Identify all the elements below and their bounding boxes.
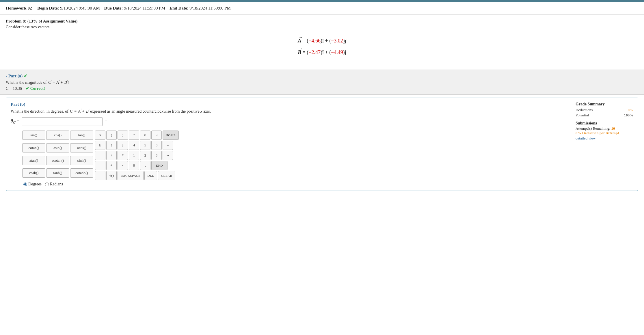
cosh-button[interactable]: cosh(): [22, 168, 45, 178]
num6-button[interactable]: 6: [151, 141, 162, 150]
homework-title: Homework 02: [6, 6, 32, 10]
del-button[interactable]: DEL: [144, 171, 157, 180]
degrees-radio-group[interactable]: Degrees: [23, 182, 42, 187]
blank3-button[interactable]: [95, 171, 105, 180]
begin-label: Begin Date:: [37, 6, 59, 10]
begin-date: 9/13/2024 9:45:00 AM: [60, 6, 100, 10]
theta-label: θC =: [11, 118, 20, 125]
num8-button[interactable]: 8: [140, 131, 150, 140]
potential-value: 100%: [624, 113, 634, 118]
num3-button[interactable]: 3: [151, 151, 162, 160]
asin-button[interactable]: asin(): [46, 143, 69, 152]
num9-button[interactable]: 9: [151, 131, 162, 140]
pi-button[interactable]: π: [95, 131, 105, 140]
vectors-display: → A = (−4.66)î + (−3.02)ĵ → B = (−2.47)î…: [6, 35, 638, 58]
blank2-button[interactable]: [95, 161, 105, 170]
attempt-text: Attempt(s) Remaining: 10: [576, 126, 633, 131]
deductions-label: Deductions: [576, 108, 593, 112]
acotan-button[interactable]: acotan(): [46, 156, 69, 165]
part-a-question: What is the magnitude of →C = →A + →B ?: [6, 80, 638, 85]
num1-button[interactable]: 1: [129, 151, 139, 160]
minus-button[interactable]: -: [118, 161, 128, 170]
degrees-radians-group: Degrees Radians: [23, 182, 63, 187]
due-date: 9/18/2024 11:59:00 PM: [124, 6, 165, 10]
vector-a-y: −3.02: [331, 38, 343, 44]
calc-main: sin() cos() tan() cotan() asin() acos() …: [22, 131, 179, 180]
potential-row: Potential 100%: [576, 113, 633, 118]
radians-radio[interactable]: [45, 183, 49, 186]
up-arrow-button[interactable]: ↑: [106, 141, 117, 150]
part-a-answer: C = 10.36 ✔ Correct!: [6, 86, 638, 91]
numpad-row-3: / * 1 2 3 →: [95, 151, 179, 160]
numpad-row-1: π ( ) 7 8 9 HOME: [95, 131, 179, 140]
down-arrow-button[interactable]: ↓: [118, 141, 128, 150]
degrees-radio[interactable]: [23, 183, 27, 186]
cotan-button[interactable]: cotan(): [22, 143, 45, 152]
part-a-label: - Part (a) ✔: [6, 73, 638, 79]
deductions-value: 0%: [628, 108, 634, 112]
multiply-button[interactable]: *: [118, 151, 128, 160]
sin-button[interactable]: sin(): [22, 131, 45, 140]
num4-button[interactable]: 4: [129, 141, 139, 150]
cos-button[interactable]: cos(): [46, 131, 69, 140]
blank1-button[interactable]: [95, 151, 105, 160]
answer-input-row: θC = °: [11, 117, 633, 126]
num2-button[interactable]: 2: [140, 151, 150, 160]
header-bar: Homework 02 Begin Date: 9/13/2024 9:45:0…: [0, 2, 644, 15]
slash-button[interactable]: /: [106, 151, 117, 160]
answer-input[interactable]: [22, 117, 103, 126]
degree-symbol: °: [105, 119, 107, 124]
numpad-row-2: E ↑ ↓ 4 5 6 ←: [95, 141, 179, 150]
num0-button[interactable]: 0: [129, 161, 139, 170]
detailed-view-link[interactable]: detailed view: [576, 136, 633, 141]
submissions-section: Submissions Attempt(s) Remaining: 10 0% …: [576, 121, 633, 141]
vector-b-x: −2.47: [308, 49, 321, 55]
due-label: Due Date:: [104, 6, 123, 10]
calculator: sin() cos() tan() cotan() asin() acos() …: [22, 131, 633, 187]
left-arrow-button[interactable]: ←: [163, 141, 173, 150]
vector-a-x: −4.66: [308, 38, 321, 44]
right-arrow-button[interactable]: →: [163, 151, 173, 160]
part-a-section: - Part (a) ✔ What is the magnitude of →C…: [0, 70, 644, 95]
tanh-button[interactable]: tanh(): [46, 168, 69, 178]
problem-description: Consider these two vectors:: [6, 25, 638, 29]
radians-label[interactable]: Radians: [50, 182, 63, 187]
num5-button[interactable]: 5: [140, 141, 150, 150]
num7-button[interactable]: 7: [129, 131, 139, 140]
close-paren-button[interactable]: ): [118, 131, 128, 140]
cotanh-button[interactable]: cotanh(): [70, 168, 93, 178]
decimal-button[interactable]: .: [140, 161, 150, 170]
vector-a-equation: → A = (−4.66)î + (−3.02)ĵ: [6, 35, 638, 47]
open-paren-button[interactable]: (: [106, 131, 117, 140]
tan-button[interactable]: tan(): [70, 131, 93, 140]
clear-button[interactable]: CLEAR: [158, 171, 175, 180]
part-b-question: What is the direction, in degrees, of →C…: [11, 109, 633, 114]
part-b-section: Grade Summary Deductions 0% Potential 10…: [6, 98, 638, 191]
sqrt-button[interactable]: √(): [106, 171, 117, 180]
home-button[interactable]: HOME: [163, 131, 179, 140]
correct-text: ✔ Correct!: [26, 86, 45, 91]
function-buttons: sin() cos() tan() cotan() asin() acos() …: [22, 131, 93, 180]
grade-summary: Grade Summary Deductions 0% Potential 10…: [576, 102, 633, 141]
degrees-label[interactable]: Degrees: [28, 182, 42, 187]
numpad-row-4: + - 0 . END: [95, 161, 179, 170]
vector-b-equation: → B = (−2.47)î + (−4.49)ĵ: [6, 47, 638, 58]
part-b-label: Part (b): [11, 102, 633, 107]
problem-title: Problem 8: (13% of Assignment Value): [6, 19, 638, 24]
acos-button[interactable]: acos(): [70, 143, 93, 152]
problem-section: Problem 8: (13% of Assignment Value) Con…: [0, 15, 644, 70]
potential-label: Potential: [576, 113, 589, 118]
end-button[interactable]: END: [151, 161, 167, 170]
backspace-button[interactable]: BACKSPACE: [118, 171, 144, 180]
radians-radio-group[interactable]: Radians: [45, 182, 63, 187]
deductions-row: Deductions 0%: [576, 108, 633, 112]
vector-b-y: −4.49: [331, 49, 343, 55]
atan-button[interactable]: atan(): [22, 156, 45, 165]
submissions-title: Submissions: [576, 121, 633, 126]
part-a-checkmark: ✔: [24, 74, 27, 78]
sinh-button[interactable]: sinh(): [70, 156, 93, 165]
grade-summary-title: Grade Summary: [576, 102, 633, 107]
attempt-count: 10: [611, 126, 615, 131]
e-button[interactable]: E: [95, 141, 105, 150]
plus-button[interactable]: +: [106, 161, 117, 170]
